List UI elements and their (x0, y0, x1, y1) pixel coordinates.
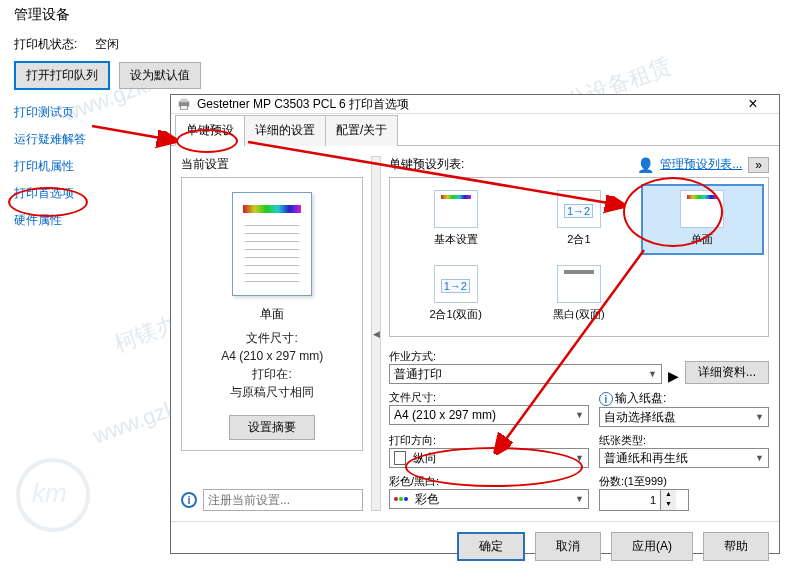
paper-type-label: 纸张类型: (599, 433, 769, 448)
close-button[interactable]: × (733, 95, 773, 113)
detail-button[interactable]: 详细资料... (685, 361, 769, 384)
tab-strip: 单键预设 详细的设置 配置/关于 (171, 114, 779, 146)
print-prefs-dialog: Gestetner MP C3503 PCL 6 打印首选项 × 单键预设 详细… (170, 94, 780, 554)
preset-2in1[interactable]: 1→2 2合1 (517, 184, 640, 255)
preset-grid: 基本设置 1→2 2合1 单面 1→2 2合1(双面) 黑白(双面) (389, 177, 769, 337)
paper-type-select[interactable]: 普通纸和再生纸▼ (599, 448, 769, 468)
user-icon: 👤 (637, 157, 654, 173)
copies-input[interactable] (600, 490, 660, 510)
ok-button[interactable]: 确定 (457, 532, 525, 561)
preset-single[interactable]: 单面 (641, 184, 764, 255)
svg-rect-2 (181, 106, 188, 110)
page-preview-icon (232, 192, 312, 296)
preset-bw-duplex[interactable]: 黑白(双面) (517, 259, 640, 330)
color-select[interactable]: 彩色▼ (389, 489, 589, 509)
manage-presets-link[interactable]: 管理预设列表... (660, 156, 742, 173)
spin-up[interactable]: ▲ (660, 490, 676, 500)
orient-label: 打印方向: (389, 433, 589, 448)
preview-title: 单面 (192, 306, 352, 323)
copies-spinner[interactable]: ▲▼ (599, 489, 689, 511)
preset-list-label: 单键预设列表: (389, 156, 464, 173)
orient-select[interactable]: 纵向▼ (389, 448, 589, 468)
printer-icon (177, 97, 191, 111)
dialog-title: Gestetner MP C3503 PCL 6 打印首选项 (197, 96, 733, 113)
job-type-select[interactable]: 普通打印▼ (389, 364, 662, 384)
file-size-select[interactable]: A4 (210 x 297 mm)▼ (389, 405, 589, 425)
splitter-handle[interactable]: ◀ (371, 156, 381, 511)
tab-preset[interactable]: 单键预设 (175, 115, 245, 146)
tab-detail[interactable]: 详细的设置 (244, 115, 326, 146)
preset-2in1-duplex[interactable]: 1→2 2合1(双面) (394, 259, 517, 330)
open-queue-button[interactable]: 打开打印队列 (14, 61, 110, 90)
tab-config[interactable]: 配置/关于 (325, 115, 398, 146)
apply-button[interactable]: 应用(A) (611, 532, 693, 561)
file-size-label: 文件尺寸: (389, 390, 589, 405)
svg-rect-1 (181, 99, 188, 103)
current-settings-label: 当前设置 (181, 156, 363, 173)
register-input[interactable] (203, 489, 363, 511)
set-default-button[interactable]: 设为默认值 (119, 62, 201, 89)
preset-expand-button[interactable]: » (748, 157, 769, 173)
tray-select[interactable]: 自动选择纸盘▼ (599, 407, 769, 427)
color-label: 彩色/黑白: (389, 474, 589, 489)
page-title: 管理设备 (14, 6, 207, 24)
copies-label: 份数:(1至999) (599, 474, 769, 489)
spin-down[interactable]: ▼ (660, 500, 676, 510)
job-type-label: 作业方式: (389, 349, 662, 364)
summary-button[interactable]: 设置摘要 (229, 415, 315, 440)
help-button[interactable]: 帮助 (703, 532, 769, 561)
tray-label: i输入纸盘: (599, 390, 769, 407)
status-label: 打印机状态: (14, 36, 77, 53)
cancel-button[interactable]: 取消 (535, 532, 601, 561)
preview-box: 单面 文件尺寸: A4 (210 x 297 mm) 打印在: 与原稿尺寸相同 … (181, 177, 363, 451)
preset-basic[interactable]: 基本设置 (394, 184, 517, 255)
info-icon: i (181, 492, 197, 508)
status-value: 空闲 (95, 36, 119, 53)
